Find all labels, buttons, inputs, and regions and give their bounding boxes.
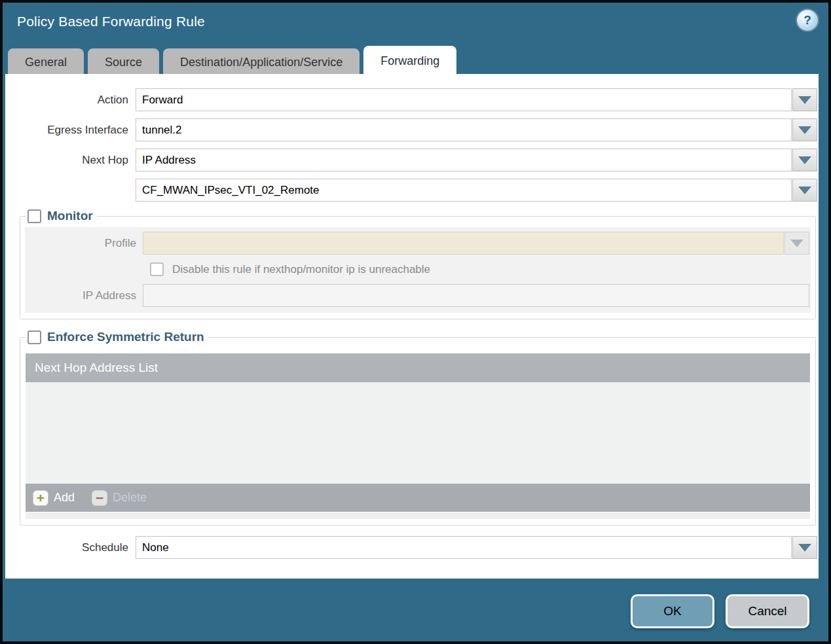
next-hop-address-input[interactable]	[136, 179, 792, 202]
schedule-input[interactable]	[136, 536, 792, 559]
egress-interface-dropdown-trigger[interactable]	[792, 118, 817, 141]
disable-rule-label: Disable this rule if nexthop/monitor ip …	[172, 263, 430, 276]
schedule-row: Schedule	[5, 536, 817, 559]
monitor-ip-input	[143, 284, 809, 307]
action-row: Action	[5, 88, 817, 111]
delete-button-label: Delete	[113, 491, 147, 505]
table-body-empty	[26, 382, 810, 484]
question-mark-glyph: ?	[803, 13, 811, 27]
monitor-legend-label: Monitor	[47, 209, 93, 223]
chevron-down-icon	[798, 126, 811, 134]
tab-source[interactable]: Source	[88, 48, 159, 77]
table-header: Next Hop Address List	[26, 353, 810, 382]
monitor-ip-label: IP Address	[25, 289, 143, 302]
egress-interface-label: Egress Interface	[5, 124, 136, 137]
forwarding-tab-panel: Action Egress Interface Next Hop	[5, 74, 819, 579]
table-horizontal-scrollbar	[26, 512, 810, 519]
minus-icon: −	[92, 490, 107, 506]
monitor-fieldset: Monitor Profile Disable this rule if nex…	[20, 209, 816, 319]
tab-bar: General Source Destination/Application/S…	[8, 46, 816, 77]
action-input[interactable]	[136, 88, 792, 111]
chevron-down-icon	[798, 187, 811, 194]
table-footer: + Add − Delete	[26, 484, 810, 512]
add-button-label: Add	[54, 491, 75, 505]
next-hop-label: Next Hop	[5, 154, 136, 167]
monitor-panel: Profile Disable this rule if nexthop/mon…	[25, 227, 811, 313]
tab-forwarding[interactable]: Forwarding	[363, 46, 456, 77]
action-dropdown-trigger[interactable]	[792, 88, 817, 111]
egress-interface-input[interactable]	[136, 118, 792, 141]
chevron-down-icon	[798, 544, 811, 552]
next-hop-address-row	[5, 179, 817, 202]
enforce-symmetric-return-checkbox[interactable]	[28, 331, 41, 344]
pbf-rule-dialog: Policy Based Forwarding Rule ? General S…	[0, 0, 831, 644]
disable-rule-checkbox	[150, 262, 164, 276]
enforce-symmetric-return-label: Enforce Symmetric Return	[47, 330, 204, 344]
disable-rule-row: Disable this rule if nexthop/monitor ip …	[150, 262, 811, 276]
ok-button[interactable]: OK	[631, 594, 714, 628]
delete-button: − Delete	[92, 490, 147, 506]
monitor-ip-row: IP Address	[25, 284, 811, 307]
enforce-symmetric-return-fieldset: Enforce Symmetric Return Next Hop Addres…	[20, 330, 816, 526]
next-hop-address-list-table: Next Hop Address List + Add − Delete	[26, 353, 810, 519]
cancel-button[interactable]: Cancel	[726, 594, 809, 628]
next-hop-type-input[interactable]	[136, 149, 792, 171]
chevron-down-icon	[790, 240, 803, 247]
egress-interface-row: Egress Interface	[5, 118, 817, 141]
dialog-button-bar: OK Cancel	[631, 594, 809, 628]
profile-dropdown-trigger	[785, 232, 809, 255]
plus-icon: +	[33, 490, 48, 506]
profile-input	[143, 232, 784, 255]
schedule-dropdown-trigger[interactable]	[792, 536, 817, 559]
table-header-label: Next Hop Address List	[35, 361, 158, 375]
monitor-checkbox[interactable]	[28, 209, 41, 223]
chevron-down-icon	[798, 96, 811, 104]
enforce-symmetric-return-legend: Enforce Symmetric Return	[26, 330, 208, 344]
profile-label: Profile	[25, 237, 143, 250]
chevron-down-icon	[798, 156, 811, 164]
next-hop-row: Next Hop	[5, 149, 817, 171]
schedule-label: Schedule	[5, 541, 136, 554]
help-icon[interactable]: ?	[797, 10, 818, 31]
tab-general[interactable]: General	[8, 48, 84, 77]
next-hop-type-dropdown-trigger[interactable]	[792, 149, 817, 171]
profile-row: Profile	[25, 232, 811, 255]
next-hop-address-dropdown-trigger[interactable]	[792, 179, 817, 202]
add-button[interactable]: + Add	[33, 490, 75, 506]
action-label: Action	[5, 94, 136, 107]
dialog-title: Policy Based Forwarding Rule	[17, 14, 205, 29]
monitor-legend: Monitor	[26, 209, 97, 223]
tab-destination-application-service[interactable]: Destination/Application/Service	[163, 48, 360, 77]
